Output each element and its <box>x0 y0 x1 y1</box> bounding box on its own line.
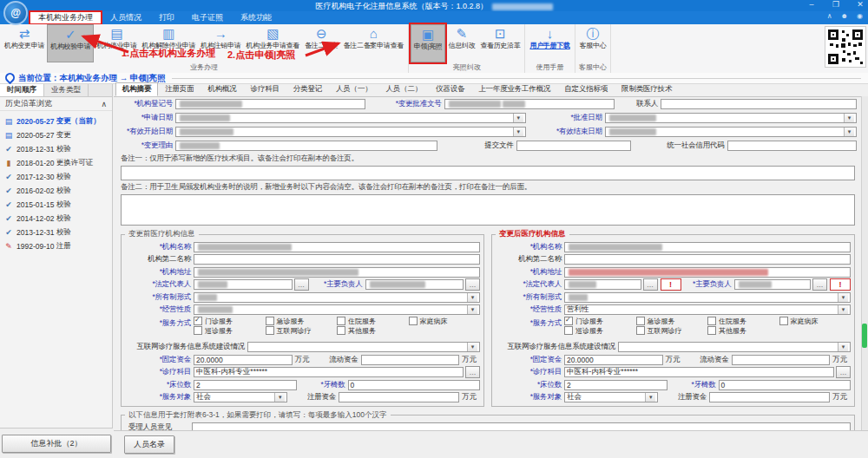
checkbox-icon[interactable] <box>636 317 645 325</box>
close-button[interactable]: ✕ <box>854 0 866 9</box>
menu-item[interactable]: 系统功能 <box>232 11 280 24</box>
ribbon-button[interactable]: ✎信息纠改 <box>445 24 477 62</box>
main-tab[interactable]: 上一年度业务工作概况 <box>471 82 557 96</box>
submit-file-input[interactable] <box>516 141 631 151</box>
before-address-input[interactable] <box>194 267 480 278</box>
history-list-item[interactable]: ▤ 2020-05-27 变更（当前） <box>0 114 112 128</box>
main-tab[interactable]: 诊疗科目 <box>244 82 286 96</box>
maximize-button[interactable]: ❐ <box>830 0 842 9</box>
history-list-item[interactable]: ▤ 2020-05-27 变更 <box>0 128 112 142</box>
principal-warning-button[interactable]: ! <box>830 278 851 291</box>
checkbox-icon[interactable] <box>337 317 345 325</box>
checkbox-icon[interactable] <box>707 326 716 335</box>
info-batch-button[interactable]: 信息补批（2） <box>2 435 111 453</box>
checkbox-icon[interactable] <box>779 317 788 325</box>
valid-start-combo[interactable]: ▾ <box>175 127 526 137</box>
after-name-input[interactable] <box>564 242 851 252</box>
chevron-down-icon[interactable]: ▾ <box>513 128 523 136</box>
main-tab[interactable]: 机构概况 <box>201 82 243 96</box>
checkbox-icon[interactable] <box>194 326 202 335</box>
accept-opinion-input[interactable] <box>192 422 851 430</box>
change-reason-input[interactable] <box>175 141 437 151</box>
ribbon-button[interactable]: ↓用户手册下载 <box>527 24 572 62</box>
tray-icon[interactable]: ☻ <box>841 12 848 20</box>
service-mode-checkbox[interactable]: 门诊服务 <box>194 317 266 326</box>
service-mode-checkbox[interactable]: 互联网诊疗 <box>636 326 708 336</box>
ribbon-button[interactable]: ▣申领|亮照 <box>411 24 446 62</box>
legal-rep-picker-button[interactable]: … <box>294 278 309 291</box>
main-tab[interactable]: 仪器设备 <box>429 82 471 96</box>
note2-textarea[interactable] <box>121 194 855 226</box>
ribbon-button[interactable]: ⇄机构变更申请 <box>2 24 47 62</box>
chevron-down-icon[interactable]: ▾ <box>844 128 854 136</box>
checkbox-icon[interactable] <box>636 326 645 335</box>
after-fixed-fund-input[interactable]: 20.0000 <box>564 355 663 365</box>
personnel-roster-button[interactable]: 人员名录 <box>124 435 174 454</box>
after-subjects-input[interactable]: 中医科-内科专业****** <box>564 367 834 377</box>
ribbon-button[interactable]: ✓机构校验申请 <box>47 24 94 62</box>
sidebar-tab[interactable]: 业务类型 <box>44 84 89 96</box>
history-list-item[interactable]: ✔ 2013-12-31 校验 <box>0 226 112 239</box>
main-tab[interactable]: 人员（一） <box>329 82 379 96</box>
approve-date-combo[interactable]: ▾ <box>605 113 857 123</box>
main-tab[interactable]: 自定义指标项 <box>557 82 615 96</box>
service-mode-checkbox[interactable]: 其他服务 <box>707 326 779 336</box>
checkbox-icon[interactable] <box>564 317 573 325</box>
after-ownership-combo[interactable]: ▾ <box>564 292 851 303</box>
after-service-obj-combo[interactable]: 社会▾ <box>564 392 658 402</box>
checkbox-icon[interactable] <box>564 326 573 335</box>
chevron-down-icon[interactable]: ▾ <box>513 114 523 122</box>
before-flow-fund-input[interactable] <box>361 355 460 365</box>
principal-picker-button[interactable]: … <box>465 278 480 291</box>
service-mode-checkbox[interactable]: 家庭病床 <box>779 317 852 326</box>
collapse-icon[interactable]: ∧ <box>101 100 107 108</box>
menu-item[interactable]: 人员情况 <box>102 11 150 24</box>
service-mode-checkbox[interactable]: 急诊服务 <box>266 317 338 326</box>
before-chairs-input[interactable]: 0 <box>348 380 480 390</box>
before-ownership-combo[interactable]: ▾ <box>194 292 480 303</box>
credit-code-input[interactable] <box>727 141 857 151</box>
service-mode-checkbox[interactable]: 互联网诊疗 <box>266 326 338 336</box>
service-mode-checkbox[interactable]: 门诊服务 <box>564 317 636 326</box>
note1-textarea[interactable] <box>121 166 855 180</box>
subjects-picker-button[interactable]: … <box>836 366 851 378</box>
before-principal-input[interactable] <box>365 279 464 290</box>
legal-rep-warning-button[interactable]: ! <box>661 278 681 291</box>
main-tab[interactable]: 机构摘要 <box>115 82 158 96</box>
checkbox-icon[interactable] <box>337 326 345 335</box>
after-legal-rep-input[interactable] <box>564 279 641 290</box>
service-mode-checkbox[interactable]: 其他服务 <box>337 326 409 336</box>
before-fixed-fund-input[interactable]: 20.0000 <box>194 355 293 365</box>
apply-date-combo[interactable]: ▾ <box>175 113 526 123</box>
contact-input[interactable] <box>661 99 857 109</box>
before-nature-combo[interactable]: ▾ <box>194 304 480 315</box>
checkbox-icon[interactable] <box>409 317 418 325</box>
after-second-name-input[interactable] <box>564 254 851 265</box>
after-reg-fund-input[interactable] <box>709 392 830 402</box>
reg-no-input[interactable] <box>175 99 365 109</box>
before-name-input[interactable] <box>194 242 480 252</box>
scrollbar-thumb[interactable] <box>862 324 867 348</box>
checkbox-icon[interactable] <box>194 317 202 325</box>
ribbon-button[interactable]: ⊡查看历史沿革 <box>477 24 523 62</box>
after-internet-combo[interactable]: ▾ <box>618 342 851 352</box>
service-mode-checkbox[interactable]: 急诊服务 <box>636 317 708 326</box>
main-tab[interactable]: 限制类医疗技术 <box>615 82 679 96</box>
history-list-item[interactable]: ✔ 2017-12-30 校验 <box>0 170 112 184</box>
history-list-item[interactable]: ✔ 2014-12-02 校验 <box>0 212 112 226</box>
history-list-item[interactable]: ✔ 2016-02-02 校验 <box>0 184 112 198</box>
before-subjects-input[interactable]: 中医科-内科专业****** <box>194 367 464 377</box>
ribbon-button[interactable]: ⌂备注二备案申请查看 <box>341 24 406 62</box>
history-list-item[interactable]: ✎ 1992-09-10 注册 <box>0 239 112 253</box>
ribbon-button[interactable]: ⓘ客服中心 <box>577 24 609 62</box>
chevron-down-icon[interactable]: ▾ <box>844 114 854 122</box>
valid-end-combo[interactable]: ▾ <box>605 127 857 137</box>
service-mode-checkbox[interactable]: 住院服务 <box>337 317 409 326</box>
after-beds-input[interactable]: 2 <box>564 380 667 390</box>
checkbox-icon[interactable] <box>707 317 716 325</box>
history-list-item[interactable]: ▮ 2018-01-20 更换许可证 <box>0 156 112 170</box>
history-list-item[interactable]: ✔ 2018-12-31 校验 <box>0 142 112 156</box>
before-service-obj-combo[interactable]: 社会▾ <box>194 392 287 402</box>
tray-icon[interactable]: ∧ <box>827 12 832 20</box>
before-beds-input[interactable]: 2 <box>194 380 297 390</box>
